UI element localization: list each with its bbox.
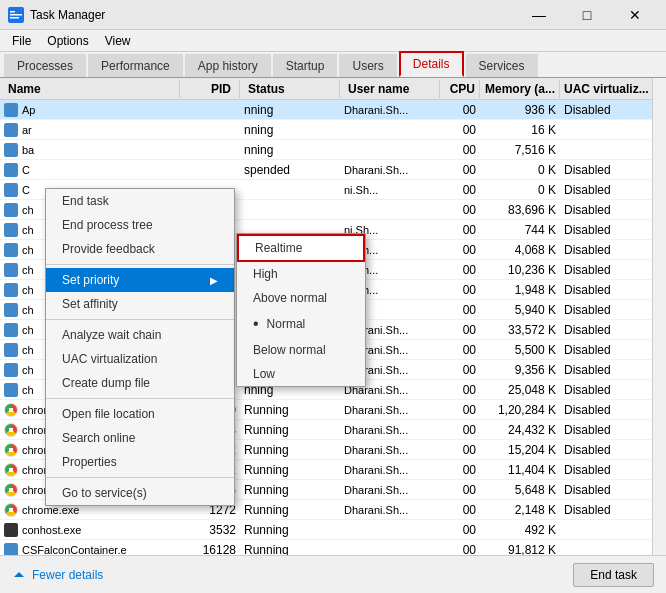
header-name[interactable]: Name xyxy=(0,80,180,98)
ctx-end-process-tree[interactable]: End process tree xyxy=(46,213,234,237)
cell-mem: 4,068 K xyxy=(480,241,560,259)
header-pid[interactable]: PID xyxy=(180,80,240,98)
header-status[interactable]: Status xyxy=(240,80,340,98)
menu-bar: File Options View xyxy=(0,30,666,52)
cell-cpu: 00 xyxy=(440,461,480,479)
cell-user xyxy=(340,208,440,212)
maximize-button[interactable]: □ xyxy=(564,0,610,30)
cell-status: Running xyxy=(240,421,340,439)
menu-view[interactable]: View xyxy=(97,32,139,50)
ctx-provide-feedback[interactable]: Provide feedback xyxy=(46,237,234,261)
table-row[interactable]: C spended Dharani.Sh... 00 0 K Disabled xyxy=(0,160,666,180)
cell-name: Ap xyxy=(0,101,180,119)
cell-user xyxy=(340,128,440,132)
priority-realtime[interactable]: Realtime xyxy=(237,234,365,262)
priority-normal[interactable]: • Normal xyxy=(237,310,365,338)
cell-status: Running xyxy=(240,461,340,479)
ctx-set-priority[interactable]: Set priority ▶ xyxy=(46,268,234,292)
cell-cpu: 00 xyxy=(440,381,480,399)
header-mem[interactable]: Memory (a... xyxy=(480,80,560,98)
tab-app-history[interactable]: App history xyxy=(185,54,271,77)
cell-cpu: 00 xyxy=(440,281,480,299)
cell-status: nning xyxy=(240,101,340,119)
status-bar: Fewer details End task xyxy=(0,555,666,593)
end-task-button[interactable]: End task xyxy=(573,563,654,587)
cell-uac: Disabled xyxy=(560,501,666,519)
close-button[interactable]: ✕ xyxy=(612,0,658,30)
window-title: Task Manager xyxy=(30,8,105,22)
cell-pid: 3532 xyxy=(180,521,240,539)
cell-uac: Disabled xyxy=(560,361,666,379)
tab-bar: Processes Performance App history Startu… xyxy=(0,52,666,78)
header-cpu[interactable]: CPU xyxy=(440,80,480,98)
cell-uac: Disabled xyxy=(560,481,666,499)
ctx-create-dump-file[interactable]: Create dump file xyxy=(46,371,234,395)
cell-mem: 16 K xyxy=(480,121,560,139)
priority-below-normal[interactable]: Below normal xyxy=(237,338,365,362)
header-user[interactable]: User name xyxy=(340,80,440,98)
cell-cpu: 00 xyxy=(440,181,480,199)
cell-cpu: 00 xyxy=(440,401,480,419)
minimize-button[interactable]: — xyxy=(516,0,562,30)
cell-cpu: 00 xyxy=(440,241,480,259)
table-row[interactable]: ar nning 00 16 K xyxy=(0,120,666,140)
ctx-end-task[interactable]: End task xyxy=(46,189,234,213)
cell-uac: Disabled xyxy=(560,201,666,219)
submenu-arrow-icon: ▶ xyxy=(210,275,218,286)
cell-status: nning xyxy=(240,141,340,159)
cell-uac: Disabled xyxy=(560,321,666,339)
chevron-up-icon xyxy=(12,568,26,582)
separator-1 xyxy=(46,264,234,265)
fewer-details-button[interactable]: Fewer details xyxy=(12,568,103,582)
priority-above-normal[interactable]: Above normal xyxy=(237,286,365,310)
tab-processes[interactable]: Processes xyxy=(4,54,86,77)
cell-mem: 24,432 K xyxy=(480,421,560,439)
cell-cpu: 00 xyxy=(440,521,480,539)
table-row[interactable]: conhost.exe 3532 Running 00 492 K xyxy=(0,520,666,540)
cell-uac: Disabled xyxy=(560,221,666,239)
cell-status: Running xyxy=(240,401,340,419)
ctx-set-affinity[interactable]: Set affinity xyxy=(46,292,234,316)
cell-mem: 0 K xyxy=(480,181,560,199)
menu-options[interactable]: Options xyxy=(39,32,96,50)
separator-2 xyxy=(46,319,234,320)
cell-user: Dharani.Sh... xyxy=(340,502,440,518)
cell-uac: Disabled xyxy=(560,441,666,459)
ctx-analyze-wait-chain[interactable]: Analyze wait chain xyxy=(46,323,234,347)
header-uac[interactable]: UAC virtualiz... xyxy=(560,80,666,98)
cell-uac: Disabled xyxy=(560,261,666,279)
cell-mem: 5,500 K xyxy=(480,341,560,359)
ctx-uac-virtualization[interactable]: UAC virtualization xyxy=(46,347,234,371)
cell-uac xyxy=(560,148,666,152)
low-label: Low xyxy=(253,367,275,381)
realtime-label: Realtime xyxy=(255,241,302,255)
cell-pid xyxy=(180,148,240,152)
cell-user: Dharani.Sh... xyxy=(340,482,440,498)
cell-mem: 936 K xyxy=(480,101,560,119)
context-menu: End task End process tree Provide feedba… xyxy=(45,188,235,506)
cell-uac xyxy=(560,528,666,532)
priority-low[interactable]: Low xyxy=(237,362,365,386)
cell-cpu: 00 xyxy=(440,121,480,139)
table-row[interactable]: Ap nning Dharani.Sh... 00 936 K Disabled xyxy=(0,100,666,120)
ctx-open-file-location[interactable]: Open file location xyxy=(46,402,234,426)
cell-status xyxy=(240,208,340,212)
tab-users[interactable]: Users xyxy=(339,54,396,77)
ctx-properties[interactable]: Properties xyxy=(46,450,234,474)
ctx-search-online[interactable]: Search online xyxy=(46,426,234,450)
cell-cpu: 00 xyxy=(440,501,480,519)
tab-startup[interactable]: Startup xyxy=(273,54,338,77)
tab-performance[interactable]: Performance xyxy=(88,54,183,77)
cell-cpu: 00 xyxy=(440,321,480,339)
cell-cpu: 00 xyxy=(440,201,480,219)
ctx-go-to-services[interactable]: Go to service(s) xyxy=(46,481,234,505)
vertical-scrollbar[interactable] xyxy=(652,78,666,568)
menu-file[interactable]: File xyxy=(4,32,39,50)
table-header: Name PID Status User name CPU Memory (a.… xyxy=(0,78,666,100)
table-row[interactable]: ba nning 00 7,516 K xyxy=(0,140,666,160)
cell-cpu: 00 xyxy=(440,481,480,499)
cell-user: ni.Sh... xyxy=(340,182,440,198)
priority-high[interactable]: High xyxy=(237,262,365,286)
tab-services[interactable]: Services xyxy=(466,54,538,77)
tab-details[interactable]: Details xyxy=(399,51,464,77)
